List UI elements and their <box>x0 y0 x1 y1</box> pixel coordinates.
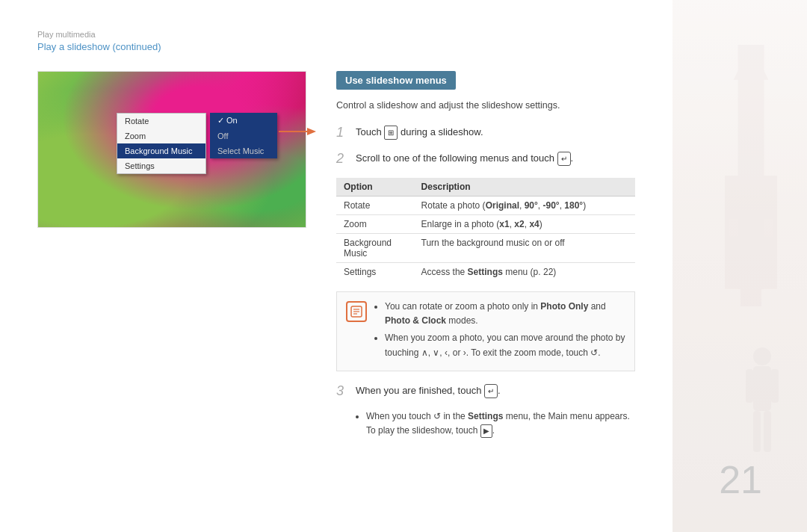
options-table: Option Description Rotate Rotate a photo… <box>336 178 635 281</box>
note-bullet-1: You can rotate or zoom a photo only in P… <box>385 300 625 328</box>
page-number: 21 <box>719 457 762 502</box>
step-3-number: 3 <box>336 383 350 400</box>
option-bg-music: BackgroundMusic <box>336 233 414 262</box>
step-2-text: Scroll to one of the following menus and… <box>356 151 573 166</box>
option-zoom: Zoom <box>336 214 414 233</box>
intro-text: Control a slideshow and adjust the slide… <box>336 99 635 113</box>
table-header-option: Option <box>336 178 414 197</box>
option-settings: Settings <box>336 262 414 281</box>
table-row: Settings Access the Settings menu (p. 22… <box>336 262 635 281</box>
sub-menu-select-music[interactable]: Select Music <box>210 143 277 158</box>
play-icon: ▶ <box>480 424 492 438</box>
svg-rect-5 <box>764 219 773 236</box>
breadcrumb-current: Play a slideshow (continued) <box>37 41 161 52</box>
svg-rect-11 <box>764 411 771 452</box>
right-column: Use slideshow menus Control a slideshow … <box>336 71 635 439</box>
content-columns: Rotate Zoom Background Music Settings ✓ … <box>37 71 635 439</box>
return-icon-step2: ↵ <box>557 152 571 166</box>
step-1: 1 Touch ⊞ during a slideshow. <box>336 125 635 141</box>
screenshot-container: Rotate Zoom Background Music Settings ✓ … <box>37 71 306 228</box>
grid-icon: ⊞ <box>384 126 398 140</box>
option-rotate: Rotate <box>336 196 414 214</box>
note-box: You can rotate or zoom a photo only in P… <box>336 291 635 371</box>
note-content: You can rotate or zoom a photo only in P… <box>374 300 625 363</box>
pencil-icon <box>350 305 363 318</box>
background-decoration <box>672 0 807 532</box>
step-1-number: 1 <box>336 125 350 141</box>
menu-item-settings[interactable]: Settings <box>117 158 205 173</box>
breadcrumb: Play multimedia Play a slideshow (contin… <box>37 30 635 52</box>
sub-menu-on[interactable]: ✓ On <box>210 113 277 129</box>
svg-rect-4 <box>729 219 738 236</box>
step-3-container: 3 When you are finished, touch ↵. When y… <box>336 383 635 439</box>
breadcrumb-parent: Play multimedia <box>37 30 635 39</box>
table-row: Zoom Enlarge in a photo (x1, x2, x4) <box>336 214 635 233</box>
svg-rect-2 <box>740 263 761 306</box>
arrow-connector <box>279 120 324 143</box>
left-column: Rotate Zoom Background Music Settings ✓ … <box>37 71 306 439</box>
step-2: 2 Scroll to one of the following menus a… <box>336 151 635 167</box>
desc-zoom: Enlarge in a photo (x1, x2, x4) <box>414 214 635 233</box>
note-icon <box>346 301 367 322</box>
section-title: Use slideshow menus <box>336 71 456 90</box>
step-3-bullet: When you touch ↺ in the Settings menu, t… <box>366 409 635 438</box>
svg-point-6 <box>753 347 771 365</box>
step-1-text: Touch ⊞ during a slideshow. <box>356 125 483 140</box>
svg-rect-9 <box>771 369 779 403</box>
menu-item-zoom[interactable]: Zoom <box>117 129 205 143</box>
step-2-number: 2 <box>336 151 350 167</box>
svg-rect-7 <box>753 366 771 411</box>
step-3-sub: When you touch ↺ in the Settings menu, t… <box>356 409 635 438</box>
step-3: 3 When you are finished, touch ↵. <box>336 383 635 400</box>
table-row: Rotate Rotate a photo (Original, 90°, -9… <box>336 196 635 214</box>
note-bullet-2: When you zoom a photo, you can move arou… <box>385 331 625 359</box>
main-content: Play multimedia Play a slideshow (contin… <box>0 0 672 532</box>
svg-rect-8 <box>746 369 753 403</box>
desc-settings: Access the Settings menu (p. 22) <box>414 262 635 281</box>
return-icon-step3: ↵ <box>484 384 498 398</box>
desc-rotate: Rotate a photo (Original, 90°, -90°, 180… <box>414 196 635 214</box>
menu-item-background-music[interactable]: Background Music <box>117 143 205 158</box>
table-row: BackgroundMusic Turn the background musi… <box>336 233 635 262</box>
desc-bg-music: Turn the background music on or off <box>414 233 635 262</box>
sub-menu-off[interactable]: Off <box>210 129 277 143</box>
sub-menu: ✓ On Off Select Music <box>210 113 277 158</box>
context-menu: Rotate Zoom Background Music Settings <box>117 113 206 174</box>
table-header-description: Description <box>414 178 635 197</box>
svg-rect-10 <box>753 411 761 452</box>
menu-item-rotate[interactable]: Rotate <box>117 114 205 129</box>
step-3-text: When you are finished, touch ↵. <box>356 383 501 398</box>
svg-marker-13 <box>307 128 316 135</box>
